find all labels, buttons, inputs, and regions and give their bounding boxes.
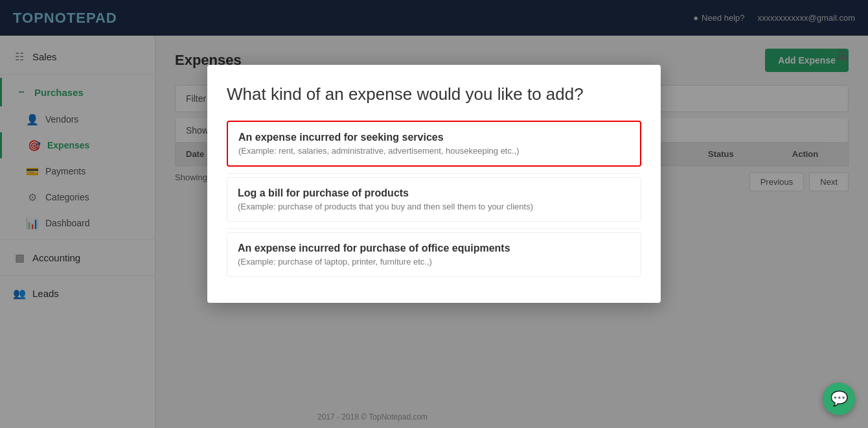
option-equipment-title: An expense incurred for purchase of offi… [238, 243, 630, 254]
option-product-title: Log a bill for purchase of products [238, 187, 630, 199]
option-service-title: An expense incurred for seeking services [238, 132, 630, 143]
chat-bubble[interactable]: 💬 [823, 383, 855, 415]
option-divider-1 [227, 173, 641, 174]
chat-icon: 💬 [830, 390, 848, 407]
expense-option-equipment[interactable]: An expense incurred for purchase of offi… [227, 232, 641, 277]
expense-type-modal: What kind of an expense would you like t… [207, 65, 661, 303]
expense-option-service[interactable]: An expense incurred for seeking services… [227, 121, 641, 167]
option-product-desc: (Example: purchase of products that you … [238, 202, 630, 211]
expense-option-product[interactable]: Log a bill for purchase of products (Exa… [227, 177, 641, 222]
option-divider-2 [227, 228, 641, 229]
modal-overlay[interactable]: What kind of an expense would you like t… [0, 0, 868, 428]
modal-title: What kind of an expense would you like t… [227, 84, 641, 104]
option-service-desc: (Example: rent, salaries, administrative… [238, 146, 630, 156]
option-equipment-desc: (Example: purchase of laptop, printer, f… [238, 257, 630, 267]
